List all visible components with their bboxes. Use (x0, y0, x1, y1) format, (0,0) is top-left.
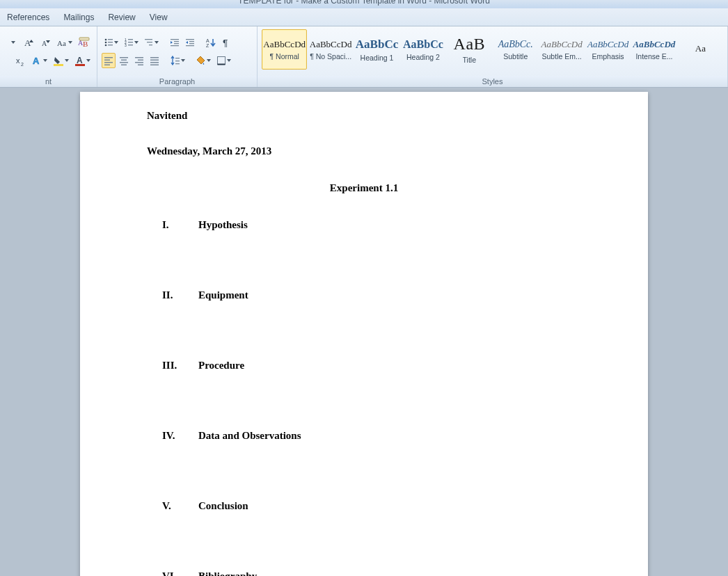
outline-number: IV. (162, 430, 198, 442)
style-preview: AaBbCcDd (633, 39, 676, 50)
style-item-heading-1[interactable]: AaBbCcHeading 1 (354, 29, 399, 70)
align-center-button[interactable] (117, 53, 131, 68)
increase-indent-button[interactable] (183, 35, 197, 50)
font-size-dropdown[interactable] (6, 35, 19, 50)
group-paragraph: 123 AZ ¶ (97, 26, 258, 87)
outline-item[interactable]: III.Procedure (147, 360, 581, 371)
align-left-button[interactable] (102, 53, 116, 68)
bullets-button[interactable] (102, 35, 120, 50)
svg-text:A: A (33, 56, 40, 66)
svg-rect-25 (147, 42, 152, 42)
outline-number: V. (162, 500, 198, 512)
outline-item[interactable]: VI.Bibliography (147, 570, 581, 576)
svg-rect-13 (108, 39, 113, 40)
style-preview: AaBbCc. (498, 39, 533, 50)
style-item-heading-2[interactable]: AaBbCcHeading 2 (400, 29, 445, 70)
svg-rect-19 (128, 39, 133, 40)
outline-label: Procedure (198, 360, 244, 371)
svg-rect-43 (121, 59, 127, 61)
outline-item[interactable]: II.Equipment (147, 289, 581, 301)
style-preview: AaBbCcDd (263, 39, 306, 50)
svg-rect-44 (120, 62, 128, 63)
svg-rect-47 (138, 59, 143, 61)
multilevel-list-button[interactable] (142, 35, 161, 50)
svg-rect-52 (150, 62, 159, 63)
svg-point-14 (105, 41, 107, 43)
outline-list[interactable]: I.HypothesisII.EquipmentIII.ProcedureIV.… (147, 219, 581, 576)
svg-point-16 (105, 44, 107, 46)
change-case-button[interactable]: Aa (54, 35, 74, 50)
svg-rect-38 (104, 57, 113, 58)
tab-review[interactable]: Review (101, 8, 142, 26)
justify-button[interactable] (148, 53, 161, 68)
text-effects-button[interactable]: A (29, 53, 49, 68)
style-item-normal[interactable]: AaBbCcDd¶ Normal (262, 29, 307, 70)
style-preview: Aa (695, 43, 706, 54)
svg-text:3: 3 (125, 43, 127, 47)
grow-font-button[interactable]: A (21, 35, 36, 50)
svg-rect-45 (121, 64, 127, 65)
svg-rect-49 (138, 64, 143, 65)
tab-view[interactable]: View (143, 8, 175, 26)
borders-button[interactable] (214, 53, 233, 68)
outline-number: II. (162, 289, 198, 301)
style-name: Heading 2 (406, 53, 440, 61)
doc-author[interactable]: Navitend (147, 110, 581, 122)
style-item-no-spaci[interactable]: AaBbCcDd¶ No Spaci... (308, 29, 353, 70)
style-preview: AaBbCc (403, 38, 443, 51)
show-hide-paragraph-marks-button[interactable]: ¶ (219, 35, 233, 50)
svg-text:2: 2 (21, 62, 24, 66)
svg-rect-54 (175, 58, 180, 58)
svg-rect-55 (175, 61, 180, 61)
svg-rect-28 (174, 41, 179, 42)
style-preview: AaBbCcDd (541, 39, 583, 50)
svg-rect-17 (108, 45, 113, 45)
style-item-emphasis[interactable]: AaBbCcDdEmphasis (585, 29, 631, 70)
svg-rect-40 (104, 62, 113, 63)
svg-rect-50 (150, 57, 159, 58)
style-item-subtitle[interactable]: AaBbCc.Subtitle (493, 29, 538, 70)
doc-title[interactable]: Experiment 1.1 (147, 182, 581, 194)
style-item-title[interactable]: AaBTitle (447, 29, 492, 70)
group-label-paragraph: Paragraph (97, 76, 257, 87)
decrease-indent-button[interactable] (168, 35, 182, 50)
sort-button[interactable]: AZ (204, 35, 218, 50)
shrink-font-button[interactable]: A (38, 35, 53, 50)
title-bar: TEMPLATE for - Make a Custom Template in… (0, 0, 728, 8)
outline-label: Data and Observations (198, 430, 301, 442)
style-name: Heading 1 (361, 54, 394, 62)
ribbon-tabs: References Mailings Review View (0, 8, 728, 26)
outline-number: VI. (162, 570, 198, 576)
tab-mailings[interactable]: Mailings (56, 8, 101, 26)
style-name: Intense E... (635, 52, 672, 61)
style-item-subtle-em[interactable]: AaBbCcDdSubtle Em... (539, 29, 584, 70)
svg-text:B: B (83, 40, 88, 48)
highlight-color-button[interactable] (51, 53, 71, 68)
style-preview: AaBbCcDd (587, 39, 628, 50)
svg-rect-41 (104, 64, 110, 65)
svg-rect-24 (145, 39, 152, 40)
font-color-button[interactable]: A (72, 53, 93, 68)
shading-button[interactable] (194, 53, 213, 68)
document-workspace[interactable]: Navitend Wednesday, March 27, 2013 Exper… (0, 88, 728, 576)
style-preview: AaBbCc (356, 38, 398, 51)
doc-date[interactable]: Wednesday, March 27, 2013 (147, 145, 581, 157)
align-right-button[interactable] (132, 53, 146, 68)
style-name: Subtle Em... (542, 52, 582, 61)
tab-references[interactable]: References (0, 8, 56, 26)
clear-formatting-button[interactable]: AB (76, 35, 93, 50)
subscript-button[interactable]: x2 (13, 53, 28, 68)
style-item-more[interactable]: Aa (678, 29, 723, 70)
numbering-button[interactable]: 123 (122, 35, 141, 50)
page-1[interactable]: Navitend Wednesday, March 27, 2013 Exper… (80, 92, 648, 576)
outline-number: I. (162, 219, 198, 231)
line-spacing-button[interactable] (168, 53, 187, 68)
outline-item[interactable]: IV.Data and Observations (147, 430, 581, 442)
outline-item[interactable]: V.Conclusion (147, 500, 581, 512)
style-preview: AaBbCcDd (310, 39, 352, 50)
style-item-intense-e[interactable]: AaBbCcDdIntense E... (631, 29, 676, 70)
svg-rect-33 (189, 43, 194, 44)
outline-item[interactable]: I.Hypothesis (147, 219, 581, 231)
svg-rect-56 (175, 63, 180, 64)
window-title: TEMPLATE for - Make a Custom Template in… (0, 0, 728, 5)
